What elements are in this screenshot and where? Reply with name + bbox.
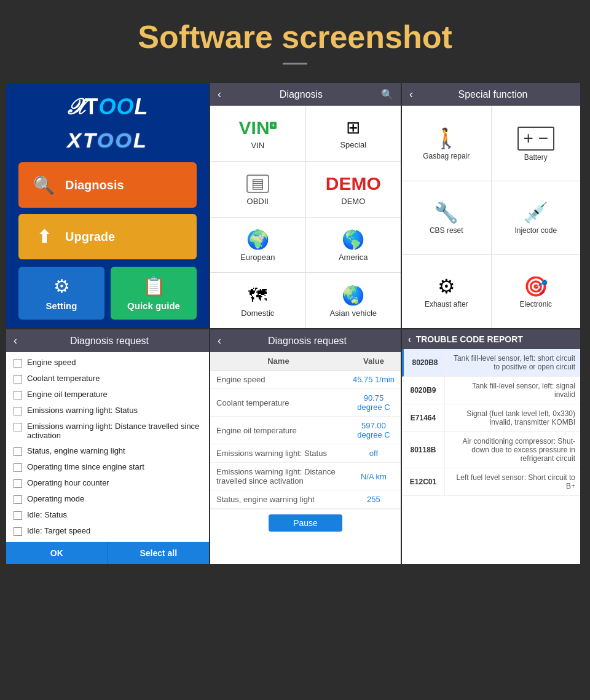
diagnosis-menu-title: Diagnosis — [280, 89, 323, 100]
panel-diag-table: ‹ Diagnosis request Name Value Engine sp… — [210, 329, 401, 564]
trouble-back-button[interactable]: ‹ — [408, 334, 411, 344]
checkbox[interactable] — [14, 479, 22, 488]
checkbox[interactable] — [14, 495, 22, 504]
injector-label: Injector code — [514, 226, 557, 235]
trouble-desc: Left fuel level sensor: Short circuit to… — [445, 468, 580, 495]
trouble-code: 8020B8 — [404, 349, 447, 376]
checkbox[interactable] — [14, 391, 22, 399]
checkbox[interactable] — [14, 359, 22, 368]
row-name: Engine oil temperature — [210, 417, 347, 444]
special-icon: ⊞ — [346, 119, 360, 136]
special-cell-battery[interactable]: + − Battery — [492, 106, 581, 181]
list-item[interactable]: Engine oil temperature — [6, 387, 209, 403]
diagnosis-button[interactable]: 🔍 Diagnosis — [18, 162, 197, 208]
list-item[interactable]: Emissions warning light: Distance travel… — [6, 419, 209, 443]
special-cell-gasbag[interactable]: 🚶 Gasbag repair — [402, 106, 491, 181]
upgrade-button[interactable]: ⬆ Upgrade — [18, 214, 197, 259]
cbs-icon: 🔧 — [434, 202, 458, 224]
quick-guide-icon: 📋 — [143, 275, 165, 297]
trouble-row[interactable]: 8020B8 Tank fill-level sensor, left: sho… — [402, 349, 580, 377]
trouble-code: 80118B — [402, 432, 445, 468]
list-item[interactable]: Idle: Target speed — [6, 523, 209, 539]
panel-diagnosis-menu: ‹ Diagnosis 🔍 VIN+ VIN ⊞ Special ▤ OBDII… — [210, 83, 401, 328]
list-item[interactable]: Status, engine warning light — [6, 443, 209, 459]
row-value: 90.75 degree C — [347, 389, 401, 417]
checkbox[interactable] — [14, 423, 22, 431]
special-back-button[interactable]: ‹ — [409, 88, 413, 101]
electronic-icon: 🎯 — [524, 276, 548, 297]
list-item[interactable]: Operating time since engine start — [6, 459, 209, 475]
trouble-header: ‹ TROUBLE CODE REPORT — [402, 329, 580, 349]
panel-diag-list: ‹ Diagnosis request Engine speed Coolant… — [6, 329, 209, 564]
list-item[interactable]: Coolant temperature — [6, 371, 209, 387]
back-button[interactable]: ‹ — [218, 88, 221, 101]
special-title: Special function — [458, 89, 528, 100]
diag-cell-european[interactable]: 🌍 European — [210, 218, 305, 273]
trouble-row[interactable]: E12C01 Left fuel level sensor: Short cir… — [402, 468, 580, 496]
diag-list-back-button[interactable]: ‹ — [14, 334, 17, 347]
obdii-label: OBDII — [247, 197, 269, 206]
diag-table-footer: Pause — [210, 509, 401, 537]
item-label: Operating time since engine start — [27, 462, 144, 471]
diag-table-back-button[interactable]: ‹ — [218, 334, 221, 347]
diag-cell-demo[interactable]: DEMO DEMO — [306, 162, 401, 217]
special-label: Special — [340, 140, 366, 149]
item-label: Coolant temperature — [27, 374, 100, 383]
col-name-header: Name — [210, 352, 347, 371]
setting-label: Setting — [46, 301, 77, 311]
list-item[interactable]: Operating hour counter — [6, 475, 209, 491]
list-item[interactable]: Engine speed — [6, 355, 209, 371]
diag-cell-vin[interactable]: VIN+ VIN — [210, 106, 305, 161]
special-cell-exhaust[interactable]: ⚙ Exhaust after — [402, 255, 491, 328]
col-value-header: Value — [347, 352, 401, 371]
checkbox[interactable] — [14, 375, 22, 383]
item-label: Engine speed — [27, 358, 76, 367]
diag-list-items: Engine speed Coolant temperature Engine … — [6, 352, 209, 541]
item-label: Engine oil temperature — [27, 390, 108, 399]
trouble-row[interactable]: 8020B9 Tank fill-level sensor, left: sig… — [402, 377, 580, 404]
checkbox[interactable] — [14, 511, 22, 520]
list-item[interactable]: Emissions warning light: Status — [6, 403, 209, 419]
special-header: ‹ Special function — [402, 83, 580, 106]
checkbox[interactable] — [14, 527, 22, 536]
list-item[interactable]: Operating mode — [6, 491, 209, 507]
special-cell-cbs[interactable]: 🔧 CBS reset — [402, 181, 491, 254]
trouble-code: E71464 — [402, 404, 445, 431]
panel-trouble: ‹ TROUBLE CODE REPORT 8020B8 Tank fill-l… — [402, 329, 580, 564]
upgrade-icon: ⬆ — [31, 224, 57, 250]
gasbag-icon: 🚶 — [434, 128, 458, 149]
vin-icon: VIN+ — [239, 119, 277, 137]
diagnosis-icon: 🔍 — [31, 172, 57, 198]
ok-button[interactable]: OK — [6, 542, 108, 564]
special-cell-injector[interactable]: 💉 Injector code — [492, 181, 581, 254]
row-name: Emissions warning light: Distance travel… — [210, 463, 347, 490]
demo-label: DEMO — [341, 197, 365, 206]
item-label: Idle: Target speed — [27, 526, 90, 535]
vin-label: VIN — [251, 141, 264, 150]
table-row: Engine oil temperature 597.00 degree C — [210, 417, 401, 444]
setting-button[interactable]: ⚙ Setting — [18, 267, 104, 320]
special-cell-electronic[interactable]: 🎯 Electronic — [492, 255, 581, 328]
search-button[interactable]: 🔍 — [381, 88, 393, 100]
pause-button[interactable]: Pause — [269, 514, 342, 532]
diagnosis-grid: VIN+ VIN ⊞ Special ▤ OBDII DEMO DEMO 🌍 E… — [210, 106, 401, 328]
trouble-desc: Tank fill-level sensor, left: signal inv… — [445, 377, 580, 404]
diag-cell-obdii[interactable]: ▤ OBDII — [210, 162, 305, 217]
row-value: off — [347, 444, 401, 463]
list-item[interactable]: Idle: Status — [6, 507, 209, 523]
checkbox[interactable] — [14, 447, 22, 456]
diag-cell-special[interactable]: ⊞ Special — [306, 106, 401, 161]
quick-guide-button[interactable]: 📋 Quick guide — [111, 267, 197, 320]
checkbox[interactable] — [14, 463, 22, 472]
battery-label: Battery — [524, 153, 548, 162]
diag-cell-domestic[interactable]: 🗺 Domestic — [210, 273, 305, 328]
trouble-row[interactable]: 80118B Air conditioning compressor: Shut… — [402, 432, 580, 468]
cbs-label: CBS reset — [430, 226, 463, 235]
panel-special: ‹ Special function 🚶 Gasbag repair + − B… — [402, 83, 580, 328]
diag-cell-america[interactable]: 🌎 America — [306, 218, 401, 273]
select-all-button[interactable]: Select all — [108, 542, 210, 564]
row-value: 255 — [347, 490, 401, 509]
trouble-row[interactable]: E71464 Signal (fuel tank level left, 0x3… — [402, 404, 580, 432]
diag-cell-asian[interactable]: 🌏 Asian vehicle — [306, 273, 401, 328]
checkbox[interactable] — [14, 407, 22, 415]
